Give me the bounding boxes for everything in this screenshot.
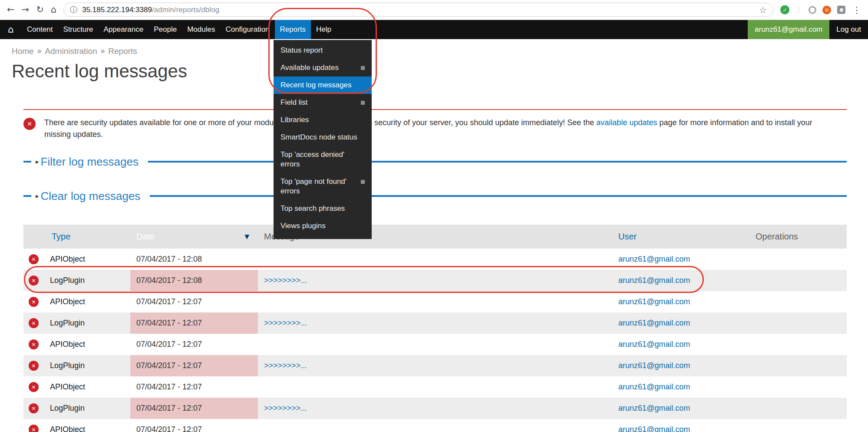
log-type: LogPlugin — [50, 404, 85, 412]
dropdown-item-libraries[interactable]: Libraries — [274, 111, 372, 129]
fieldset-label: Filter log messages — [41, 155, 139, 169]
screen: ← → ↻ ⌂ ⓘ 35.185.222.194:3389/admin/repo… — [0, 0, 868, 432]
error-severity-icon: ✕ — [29, 276, 39, 286]
log-operations — [747, 355, 847, 376]
log-user-link[interactable]: arunz61@gmail.com — [618, 255, 690, 263]
log-message-link[interactable]: >>>>>>>>... — [264, 276, 307, 285]
page-info-icon[interactable]: ⓘ — [70, 5, 77, 15]
available-updates-link[interactable]: available updates — [596, 118, 657, 127]
dropdown-item-views-plugins[interactable]: Views plugins — [274, 217, 372, 235]
gray-circle-extension-icon[interactable] — [809, 6, 816, 14]
sort-by-user-link[interactable]: User — [618, 232, 637, 241]
back-icon[interactable]: ← — [7, 5, 15, 14]
log-message-link[interactable]: >>>>>>>>... — [264, 319, 307, 327]
error-icon: ✕ — [23, 118, 36, 130]
security-error-alert: ✕ There are security updates available f… — [23, 109, 847, 140]
toolbar-item-content[interactable]: Content — [22, 20, 58, 39]
fieldset-label: Clear log messages — [41, 189, 141, 203]
green-check-extension-icon[interactable]: ✓ — [780, 5, 789, 14]
log-type: APIObject — [50, 382, 85, 391]
toolbar-item-people[interactable]: People — [149, 20, 182, 39]
forward-icon[interactable]: → — [22, 5, 30, 14]
dropdown-item-label: Field list — [281, 98, 307, 107]
log-date: 07/04/2017 - 12:07 — [130, 312, 258, 334]
account-email[interactable]: arunz61@gmail.com — [748, 20, 829, 39]
log-message — [258, 334, 612, 355]
toolbar-item-reports[interactable]: Reports — [275, 20, 311, 39]
log-message — [258, 249, 612, 270]
log-user-link[interactable]: arunz61@gmail.com — [618, 297, 690, 306]
dropdown-item-top-access-denied-errors[interactable]: Top 'access denied' errors — [274, 146, 372, 173]
dropdown-item-label: Top 'page not found' errors — [281, 177, 356, 196]
log-user-link[interactable]: arunz61@gmail.com — [618, 425, 690, 432]
log-type: APIObject — [50, 340, 85, 349]
log-message-link[interactable]: >>>>>>>>... — [264, 361, 307, 370]
orange-circle-extension-icon[interactable] — [822, 6, 831, 14]
dropdown-item-label: Libraries — [281, 115, 309, 125]
browser-home-icon[interactable]: ⌂ — [51, 5, 56, 14]
disabled-extension-icon[interactable]: ⋮ — [795, 6, 802, 14]
bookmark-star-icon[interactable]: ☆ — [759, 5, 767, 15]
log-operations — [747, 291, 847, 312]
fieldset-rule — [150, 195, 847, 197]
table-row: ✕LogPlugin 07/04/2017 - 12:08 >>>>>>>>..… — [23, 270, 847, 291]
toolbar-item-configuration[interactable]: Configuration — [220, 20, 274, 39]
log-user-link[interactable]: arunz61@gmail.com — [618, 276, 690, 285]
toolbar-item-appearance[interactable]: Appearance — [99, 20, 149, 39]
toolbar-right: arunz61@gmail.com Log out — [748, 20, 868, 39]
log-operations — [747, 312, 847, 334]
url-host: 35.185.222.194:3389 — [82, 6, 152, 14]
log-user-link[interactable]: arunz61@gmail.com — [618, 319, 690, 327]
breadcrumb-home-link[interactable]: Home — [12, 47, 34, 56]
page-title: Recent log messages — [12, 60, 847, 82]
dropdown-item-label: Top 'access denied' errors — [281, 150, 365, 169]
log-operations — [747, 419, 847, 432]
table-row: ✕APIObject 07/04/2017 - 12:07 arunz61@gm… — [23, 334, 847, 355]
dropdown-item-top-page-not-found-errors[interactable]: Top 'page not found' errors — [274, 173, 372, 200]
browser-menu-icon[interactable]: ⋮ — [852, 5, 861, 15]
table-row: ✕LogPlugin 07/04/2017 - 12:07 >>>>>>>>..… — [23, 398, 847, 419]
log-type: LogPlugin — [50, 361, 85, 370]
dropdown-item-label: Recent log messages — [281, 80, 351, 90]
breadcrumb-separator-icon: » — [100, 46, 106, 56]
dropdown-item-available-updates[interactable]: Available updates — [274, 59, 372, 76]
log-message-link[interactable]: >>>>>>>>... — [264, 404, 307, 412]
url-path: /admin/reports/dblog — [152, 6, 219, 14]
gray-square-extension-icon[interactable] — [837, 6, 845, 14]
toolbar-item-structure[interactable]: Structure — [58, 20, 99, 39]
dropdown-item-recent-log-messages[interactable]: Recent log messages — [274, 76, 372, 94]
log-user-link[interactable]: arunz61@gmail.com — [618, 382, 690, 391]
address-bar[interactable]: ⓘ 35.185.222.194:3389/admin/reports/dblo… — [63, 3, 773, 17]
dropdown-item-smartdocs-node-status[interactable]: SmartDocs node status — [274, 129, 372, 146]
toolbar-item-help[interactable]: Help — [311, 20, 337, 39]
log-operations — [747, 270, 847, 291]
reload-icon[interactable]: ↻ — [36, 5, 44, 14]
dropdown-item-status-report[interactable]: Status report — [274, 42, 372, 59]
breadcrumb-reports-link[interactable]: Reports — [108, 47, 137, 56]
clear-log-messages-toggle[interactable]: ▸Clear log messages — [36, 189, 140, 203]
filter-log-messages-toggle[interactable]: ▸Filter log messages — [36, 155, 139, 169]
log-operations — [747, 376, 847, 398]
filter-log-messages-fieldset: ▸Filter log messages — [23, 154, 847, 169]
log-date: 07/04/2017 - 12:07 — [130, 334, 258, 355]
log-type: APIObject — [50, 255, 85, 263]
header-operations: Operations — [747, 225, 847, 249]
dropdown-item-field-list[interactable]: Field list — [274, 94, 372, 111]
log-user-link[interactable]: arunz61@gmail.com — [618, 404, 690, 412]
log-user-link[interactable]: arunz61@gmail.com — [618, 340, 690, 349]
log-type: LogPlugin — [50, 319, 85, 327]
update-badge-icon — [361, 66, 365, 70]
fieldset-dash — [23, 161, 31, 163]
breadcrumb-administration-link[interactable]: Administration — [45, 47, 97, 56]
dropdown-item-top-search-phrases[interactable]: Top search phrases — [274, 200, 372, 217]
admin-home-icon[interactable]: ⌂ — [0, 20, 22, 39]
fieldset-dash — [23, 195, 31, 197]
clear-log-messages-fieldset: ▸Clear log messages — [23, 189, 847, 203]
header-date-sorted[interactable]: Date▼ — [130, 225, 258, 249]
log-date: 07/04/2017 - 12:07 — [130, 355, 258, 376]
toolbar-item-modules[interactable]: Modules — [182, 20, 220, 39]
update-badge-icon — [361, 101, 365, 105]
log-user-link[interactable]: arunz61@gmail.com — [618, 361, 690, 370]
sort-by-type-link[interactable]: Type — [52, 232, 70, 241]
logout-button[interactable]: Log out — [829, 20, 868, 39]
